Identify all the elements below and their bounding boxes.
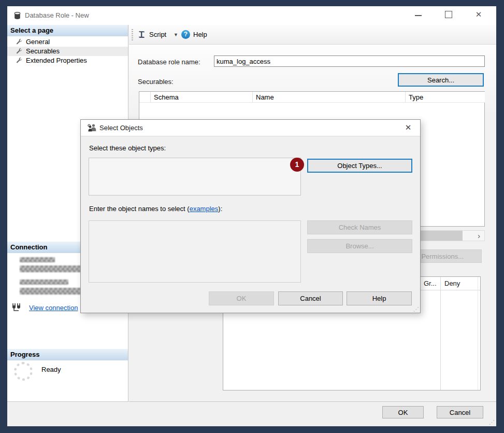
object-types-listbox[interactable] <box>89 158 301 195</box>
script-button[interactable]: Script <box>135 28 168 41</box>
wrench-icon <box>16 38 23 46</box>
window-resize-grip[interactable]: ⋰ <box>489 420 495 425</box>
sidebar-item-label: Securables <box>26 47 60 55</box>
column-divider <box>478 277 478 390</box>
column-header-blank[interactable] <box>139 92 151 103</box>
annotation-badge-1: 1 <box>290 158 304 172</box>
wrench-icon <box>16 57 23 64</box>
maximize-button[interactable] <box>440 6 457 23</box>
redacted-connection-label <box>20 280 68 285</box>
column-header-schema[interactable]: Schema <box>151 92 253 103</box>
sidebar-item-securables[interactable]: Securables <box>7 47 128 56</box>
sidebar-item-general[interactable]: General <box>7 37 128 47</box>
column-header-grant[interactable]: Gr... <box>424 280 437 287</box>
column-header-deny[interactable]: Deny <box>444 280 460 287</box>
script-icon <box>137 30 146 39</box>
window-title: Database Role - New <box>25 11 89 19</box>
object-names-label-prefix: Enter the object names to select ( <box>89 205 190 213</box>
column-header-type[interactable]: Type <box>406 92 485 103</box>
select-objects-dialog: Select Objects ✕ Select these object typ… <box>80 119 421 313</box>
select-a-page-header: Select a page <box>7 25 128 36</box>
redacted-server-label <box>20 257 55 262</box>
window-titlebar: Database Role - New ✕ <box>7 6 496 25</box>
sidebar-item-label: General <box>26 38 50 46</box>
securables-label: Securables: <box>138 78 174 86</box>
minimize-icon <box>415 15 422 16</box>
maximize-icon <box>445 11 452 18</box>
object-types-label: Select these object types: <box>89 144 166 152</box>
screenshot-root: Database Role - New ✕ Select a page Gene… <box>0 0 504 433</box>
object-names-label-suffix: ): <box>218 205 222 213</box>
help-button[interactable]: ? Help <box>179 28 209 41</box>
database-icon <box>13 11 22 20</box>
close-button[interactable]: ✕ <box>470 6 487 23</box>
ok-button[interactable]: OK <box>382 406 424 418</box>
dialog-cancel-button[interactable]: Cancel <box>278 291 343 305</box>
cancel-button[interactable]: Cancel <box>437 406 483 418</box>
role-name-label: Database role name: <box>138 58 200 66</box>
toolbar: Script ▼ ? Help <box>129 25 496 45</box>
dialog-title: Select Objects <box>99 124 143 132</box>
scroll-right-icon[interactable]: › <box>478 231 480 241</box>
select-objects-icon <box>88 123 97 133</box>
sidebar-item-label: Extended Properties <box>26 57 87 64</box>
search-button[interactable]: Search... <box>398 73 484 87</box>
sidebar-item-extended-properties[interactable]: Extended Properties <box>7 56 128 65</box>
dialog-ok-button[interactable]: OK <box>209 291 274 305</box>
toolbar-grip <box>132 29 133 40</box>
progress-spinner-icon <box>14 362 33 381</box>
examples-link[interactable]: examples <box>190 205 219 213</box>
dialog-titlebar: Select Objects ✕ <box>81 120 420 136</box>
minimize-button[interactable] <box>410 6 427 23</box>
object-types-button[interactable]: Object Types... <box>307 159 412 173</box>
dialog-resize-grip[interactable]: ⋰ <box>413 306 419 312</box>
progress-status: Ready <box>41 366 61 373</box>
object-names-textarea[interactable] <box>89 220 301 283</box>
dialog-help-button[interactable]: Help <box>347 291 412 305</box>
connection-plug-icon <box>11 303 21 312</box>
column-header-name[interactable]: Name <box>253 92 406 103</box>
progress-header: Progress <box>7 349 128 360</box>
help-question-icon: ? <box>181 30 190 39</box>
wrench-icon <box>16 48 23 55</box>
column-divider <box>440 277 441 390</box>
object-names-label: Enter the object names to select (exampl… <box>89 205 222 213</box>
browse-button[interactable]: Browse... <box>307 239 412 253</box>
redacted-server-value <box>20 266 86 272</box>
redacted-connection-value <box>20 288 81 295</box>
script-label: Script <box>149 31 166 38</box>
help-label: Help <box>193 31 207 38</box>
check-names-button[interactable]: Check Names <box>307 220 412 234</box>
chevron-down-icon: ▼ <box>174 32 178 37</box>
role-name-input[interactable] <box>214 55 485 67</box>
dialog-close-icon[interactable]: ✕ <box>402 123 414 133</box>
view-connection-link[interactable]: View connection <box>29 304 78 312</box>
